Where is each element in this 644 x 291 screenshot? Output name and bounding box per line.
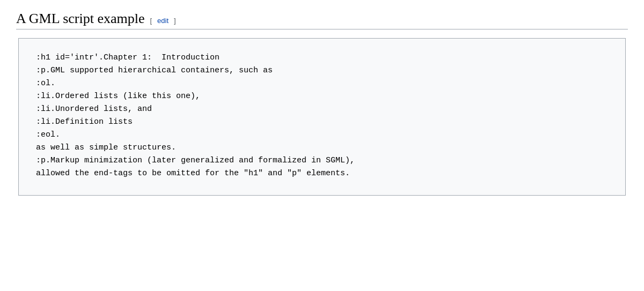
edit-bracket-close: ] xyxy=(174,17,176,25)
page-wrapper: A GML script example [ edit ] :h1 id='in… xyxy=(0,0,644,212)
section-header: A GML script example [ edit ] xyxy=(16,11,628,29)
edit-bracket-open: [ xyxy=(150,17,152,25)
code-content: :h1 id='intr'.Chapter 1: Introduction :p… xyxy=(36,51,608,180)
edit-link[interactable]: edit xyxy=(157,17,169,25)
section-title: A GML script example xyxy=(16,11,144,27)
code-box: :h1 id='intr'.Chapter 1: Introduction :p… xyxy=(18,38,626,196)
